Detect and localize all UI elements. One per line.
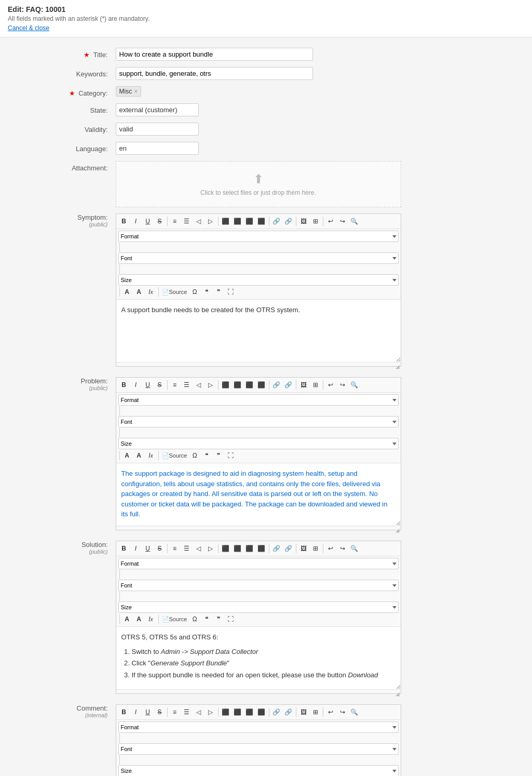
comment-strike-btn[interactable]: S [154, 706, 166, 718]
symptom-unlink-btn[interactable]: 🔗 [283, 216, 294, 227]
comment-outdent-btn[interactable]: ◁ [193, 706, 204, 718]
solution-omega-btn[interactable]: Ω [189, 613, 200, 625]
problem-image-btn[interactable]: 🖼 [298, 379, 309, 391]
solution-ul-btn[interactable]: ☰ [181, 543, 193, 554]
comment-underline-btn[interactable]: U [142, 706, 154, 718]
solution-italic-btn[interactable]: I [130, 543, 142, 554]
symptom-align-justify-btn[interactable]: ⬛ [256, 216, 267, 227]
symptom-image-btn[interactable]: 🖼 [298, 216, 309, 227]
solution-align-right-btn[interactable]: ⬛ [244, 543, 255, 554]
symptom-align-right-btn[interactable]: ⬛ [244, 216, 255, 227]
problem-outdent-btn[interactable]: ◁ [193, 379, 204, 391]
comment-align-justify-btn[interactable]: ⬛ [256, 706, 267, 718]
problem-italic-btn[interactable]: I [130, 379, 142, 391]
solution-redo-btn[interactable]: ↪ [337, 543, 348, 554]
solution-removeformat-btn[interactable]: Ix [145, 613, 157, 625]
comment-ol-btn[interactable]: ≡ [169, 706, 181, 718]
problem-bold-btn[interactable]: B [118, 379, 130, 391]
language-select[interactable]: en [116, 142, 199, 155]
problem-align-justify-btn[interactable]: ⬛ [256, 379, 267, 391]
problem-bgcolor-btn[interactable]: A [133, 450, 145, 461]
solution-resize-handle[interactable]: ◢ [116, 689, 401, 693]
problem-resize-handle[interactable]: ◢ [116, 526, 401, 530]
symptom-ol-btn[interactable]: ≡ [169, 216, 181, 227]
solution-link-btn[interactable]: 🔗 [271, 543, 282, 554]
problem-fullscreen-btn[interactable]: ⛶ [225, 450, 236, 461]
solution-fontcolor-btn[interactable]: A [121, 613, 133, 625]
solution-align-left-btn[interactable]: ⬛ [220, 543, 231, 554]
symptom-table-btn[interactable]: ⊞ [310, 216, 321, 227]
symptom-omega-btn[interactable]: Ω [189, 286, 200, 298]
solution-blockquote-btn[interactable]: ❞ [213, 613, 224, 625]
comment-align-left-btn[interactable]: ⬛ [220, 706, 231, 718]
problem-strike-btn[interactable]: S [154, 379, 166, 391]
solution-indent-btn[interactable]: ▷ [205, 543, 216, 554]
solution-font-select[interactable]: Font [118, 580, 399, 591]
comment-font-select[interactable]: Font [118, 743, 399, 755]
comment-image-btn[interactable]: 🖼 [298, 706, 309, 718]
problem-quote-btn[interactable]: ❝ [201, 450, 212, 461]
symptom-redo-btn[interactable]: ↪ [337, 216, 348, 227]
comment-size-select[interactable]: Size [118, 765, 399, 776]
comment-bold-btn[interactable]: B [118, 706, 130, 718]
symptom-resize-handle[interactable]: ◢ [116, 362, 401, 366]
comment-table-btn[interactable]: ⊞ [310, 706, 321, 718]
symptom-source-btn[interactable]: 📄 Source [160, 289, 189, 296]
symptom-format-select[interactable]: Format [118, 231, 399, 242]
symptom-undo-btn[interactable]: ↩ [325, 216, 336, 227]
symptom-fontcolor-btn[interactable]: A [121, 286, 133, 298]
solution-quote-btn[interactable]: ❝ [201, 613, 212, 625]
problem-removeformat-btn[interactable]: Ix [145, 450, 157, 461]
symptom-bold-btn[interactable]: B [118, 216, 130, 227]
problem-source-btn[interactable]: 📄 Source [160, 452, 189, 459]
symptom-link-btn[interactable]: 🔗 [271, 216, 282, 227]
problem-align-center-btn[interactable]: ⬛ [232, 379, 243, 391]
solution-underline-btn[interactable]: U [142, 543, 154, 554]
problem-omega-btn[interactable]: Ω [189, 450, 200, 461]
comment-align-right-btn[interactable]: ⬛ [244, 706, 255, 718]
problem-link-btn[interactable]: 🔗 [271, 379, 282, 391]
problem-unlink-btn[interactable]: 🔗 [283, 379, 294, 391]
solution-align-justify-btn[interactable]: ⬛ [256, 543, 267, 554]
symptom-bgcolor-btn[interactable]: A [133, 286, 145, 298]
solution-source-btn[interactable]: 📄 Source [160, 616, 189, 623]
symptom-find-btn[interactable]: 🔍 [349, 216, 360, 227]
symptom-fullscreen-btn[interactable]: ⛶ [225, 286, 236, 298]
keywords-input[interactable] [116, 67, 313, 80]
comment-indent-btn[interactable]: ▷ [205, 706, 216, 718]
solution-image-btn[interactable]: 🖼 [298, 543, 309, 554]
symptom-outdent-btn[interactable]: ◁ [193, 216, 204, 227]
symptom-align-left-btn[interactable]: ⬛ [220, 216, 231, 227]
symptom-align-center-btn[interactable]: ⬛ [232, 216, 243, 227]
problem-indent-btn[interactable]: ▷ [205, 379, 216, 391]
symptom-blockquote-btn[interactable]: ❞ [213, 286, 224, 298]
problem-underline-btn[interactable]: U [142, 379, 154, 391]
symptom-underline-btn[interactable]: U [142, 216, 154, 227]
solution-strike-btn[interactable]: S [154, 543, 166, 554]
solution-bold-btn[interactable]: B [118, 543, 130, 554]
solution-undo-btn[interactable]: ↩ [325, 543, 336, 554]
comment-find-btn[interactable]: 🔍 [349, 706, 360, 718]
attachment-dropzone[interactable]: ⬆ Click to select files or just drop the… [116, 161, 401, 207]
symptom-size-select[interactable]: Size [118, 274, 399, 286]
problem-table-btn[interactable]: ⊞ [310, 379, 321, 391]
problem-blockquote-btn[interactable]: ❞ [213, 450, 224, 461]
validity-select[interactable]: valid [116, 123, 199, 136]
solution-table-btn[interactable]: ⊞ [310, 543, 321, 554]
symptom-strike-btn[interactable]: S [154, 216, 166, 227]
comment-redo-btn[interactable]: ↪ [337, 706, 348, 718]
comment-italic-btn[interactable]: I [130, 706, 142, 718]
problem-undo-btn[interactable]: ↩ [325, 379, 336, 391]
solution-outdent-btn[interactable]: ◁ [193, 543, 204, 554]
solution-find-btn[interactable]: 🔍 [349, 543, 360, 554]
symptom-italic-btn[interactable]: I [130, 216, 142, 227]
solution-bgcolor-btn[interactable]: A [133, 613, 145, 625]
symptom-ul-btn[interactable]: ☰ [181, 216, 193, 227]
solution-format-select[interactable]: Format [118, 558, 399, 569]
symptom-indent-btn[interactable]: ▷ [205, 216, 216, 227]
comment-undo-btn[interactable]: ↩ [325, 706, 336, 718]
comment-ul-btn[interactable]: ☰ [181, 706, 193, 718]
problem-redo-btn[interactable]: ↪ [337, 379, 348, 391]
comment-align-center-btn[interactable]: ⬛ [232, 706, 243, 718]
cancel-close-link[interactable]: Cancel & close [8, 24, 49, 32]
